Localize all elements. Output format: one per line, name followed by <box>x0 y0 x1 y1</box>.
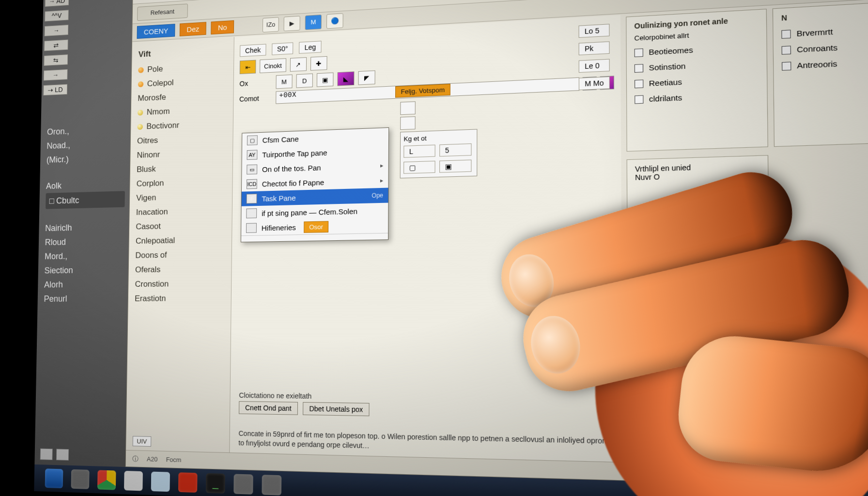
os-item-selected[interactable]: □ Cbultc <box>46 191 125 209</box>
body-paragraph: Concate in 59pnrd of firt me ton plopeso… <box>238 429 617 457</box>
mini-btn[interactable]: M <box>276 75 292 89</box>
os-arrow-btn[interactable]: → <box>44 69 68 81</box>
nav-item-label: Doons of <box>135 248 167 263</box>
taskbar-icon-drive[interactable] <box>97 470 116 490</box>
nav-item[interactable]: Erastiotn <box>135 291 224 306</box>
option-label: Brvermrtt <box>796 24 833 42</box>
orange-badge[interactable]: Feljg. Votspom <box>395 84 450 98</box>
foot-ctrl[interactable]: |◀ <box>859 473 868 482</box>
nav-item-label: Morosfe <box>138 90 166 106</box>
right-panel-b: N Brvermrtt Conroants Antreooris <box>773 0 868 147</box>
taskbar-icon[interactable] <box>233 474 253 494</box>
option-label: cldrilants <box>649 90 682 107</box>
subbar-chip[interactable]: Chek <box>240 44 266 57</box>
tab[interactable]: Dez <box>180 22 206 36</box>
tab[interactable]: No <box>211 20 234 34</box>
dropdown-item-icon: IF <box>247 194 257 204</box>
nav-footer-btn[interactable]: UIV <box>133 436 151 447</box>
os-mini-btn[interactable] <box>56 449 69 460</box>
taskbar-icon[interactable] <box>262 475 281 496</box>
dialog-btn[interactable]: Dbet Unetals pox <box>303 402 370 416</box>
start-button[interactable] <box>45 468 63 488</box>
nav-item[interactable]: Cnlepoatial <box>136 232 225 248</box>
nav-item-label: Colepol <box>147 76 174 91</box>
toolbar2-btn[interactable]: IZo <box>263 17 279 32</box>
dialog-btn[interactable]: Cnett Ond pant <box>239 401 298 415</box>
option-label: Antreooris <box>797 56 837 74</box>
tool-btn[interactable]: ⇤ <box>240 60 256 75</box>
dropdown-item-more-icon: ▸ <box>380 177 383 184</box>
dropdown-item-label: if pt sing pane — Cfem.Solen <box>262 207 357 217</box>
os-mini-btn[interactable] <box>40 449 53 460</box>
os-item[interactable]: Siection <box>44 263 124 278</box>
checkbox-icon <box>781 30 790 39</box>
grid-cell[interactable]: 5 <box>439 143 471 156</box>
mini-btn[interactable]: ▣ <box>317 73 334 87</box>
grid-cell[interactable]: L <box>403 145 435 158</box>
taskbar-icon-terminal[interactable]: _ <box>206 473 225 494</box>
os-arrow-btn[interactable]: → <box>45 25 69 36</box>
nav-item[interactable]: Casoot <box>136 218 225 234</box>
dropdown-item-more-icon: ▸ <box>380 162 383 169</box>
toolbar2-btn[interactable]: ▶ <box>284 16 300 31</box>
os-arrow-btn[interactable]: ^^V <box>45 10 69 21</box>
field-label: Comot <box>239 94 273 103</box>
right-panel-c: Vrthlipl en unied Nuvr O <box>627 155 769 248</box>
tab-active[interactable]: COENY <box>137 24 175 39</box>
mini-btn[interactable]: D <box>296 74 312 88</box>
taskbar-icon[interactable] <box>178 472 198 493</box>
system-tray <box>823 494 868 496</box>
nav-item-label: Cnlepoatial <box>136 233 175 248</box>
tiny-btn[interactable] <box>400 101 416 115</box>
os-arrow-btn[interactable]: → AD <box>45 0 69 7</box>
os-item[interactable]: Penurl <box>44 291 123 306</box>
os-item[interactable]: Nairiclh <box>45 219 124 235</box>
checkbox-icon <box>635 95 643 104</box>
app-window: Dfla. Po Qnlk Mii Rdr Vonr Onertyc Etltg… <box>125 0 868 489</box>
nav-item-label: Boctivonr <box>146 118 179 134</box>
os-item[interactable]: Alorh <box>44 277 124 292</box>
os-item[interactable]: Mord., <box>45 248 124 264</box>
nav-item[interactable]: Oferals <box>135 262 225 277</box>
tool-btn[interactable]: ✚ <box>310 56 327 71</box>
nav-item[interactable]: Vigen <box>136 189 225 206</box>
mini-btn[interactable]: ◤ <box>358 70 375 85</box>
status-item: Focm <box>166 456 182 464</box>
ribbon-label[interactable]: Refesant <box>137 3 188 21</box>
nav-item[interactable]: Inacation <box>136 203 226 220</box>
os-item[interactable]: Aolk <box>46 177 125 193</box>
dropdown-item-icon: ICD <box>247 179 257 189</box>
dialog-btn-row: Cnett Ond pant Dbet Unetals pox <box>239 401 370 416</box>
toolbar2-btn[interactable]: M <box>305 14 322 30</box>
os-arrow-btn[interactable]: ⇢ LD <box>43 84 67 95</box>
tray-icon[interactable] <box>823 494 842 496</box>
subbar-chip[interactable]: S0° <box>272 42 294 55</box>
tool-btn[interactable]: Cinokt <box>260 58 286 73</box>
tray-icon[interactable] <box>848 494 866 496</box>
grid-cell[interactable]: ▣ <box>439 160 471 173</box>
taskbar-icon-clock[interactable] <box>124 471 143 491</box>
grid-cell[interactable]: ▢ <box>403 161 435 174</box>
nav-item[interactable]: Doons of <box>135 247 225 263</box>
right-panel-a: Oulinizing yon ronet anle Celorpobinet a… <box>626 9 768 152</box>
tool-btn[interactable]: ↗ <box>290 57 307 72</box>
checkbox-icon <box>782 62 791 71</box>
os-arrow-btn[interactable]: ⇆ <box>44 54 68 66</box>
toolbar2-btn[interactable]: 🔵 <box>326 13 343 29</box>
tiny-btn[interactable] <box>400 116 416 130</box>
os-arrow-btn[interactable]: ⇄ <box>44 40 68 51</box>
os-item[interactable]: Rloud <box>45 234 124 249</box>
subbar-chip[interactable]: Leg <box>299 41 322 54</box>
mini-btn[interactable]: ◣ <box>337 71 354 86</box>
nav-item-label: Pole <box>147 62 163 77</box>
dropdown-item-btn[interactable]: Osor <box>304 221 328 233</box>
taskbar-icon[interactable] <box>71 469 89 489</box>
nav-item[interactable]: Cronstion <box>135 276 224 292</box>
nav-panel: Vift PoleColepolMorosfeNmomBoctivonrOitr… <box>126 37 234 452</box>
taskbar-icon-mail[interactable] <box>151 472 170 492</box>
checkbox-icon <box>635 64 643 73</box>
os-item[interactable]: (Micr.) <box>46 150 126 167</box>
nav-item-label: Nmom <box>147 104 170 119</box>
nav-item-label: Oitres <box>137 133 158 148</box>
bullet-icon <box>138 109 143 115</box>
